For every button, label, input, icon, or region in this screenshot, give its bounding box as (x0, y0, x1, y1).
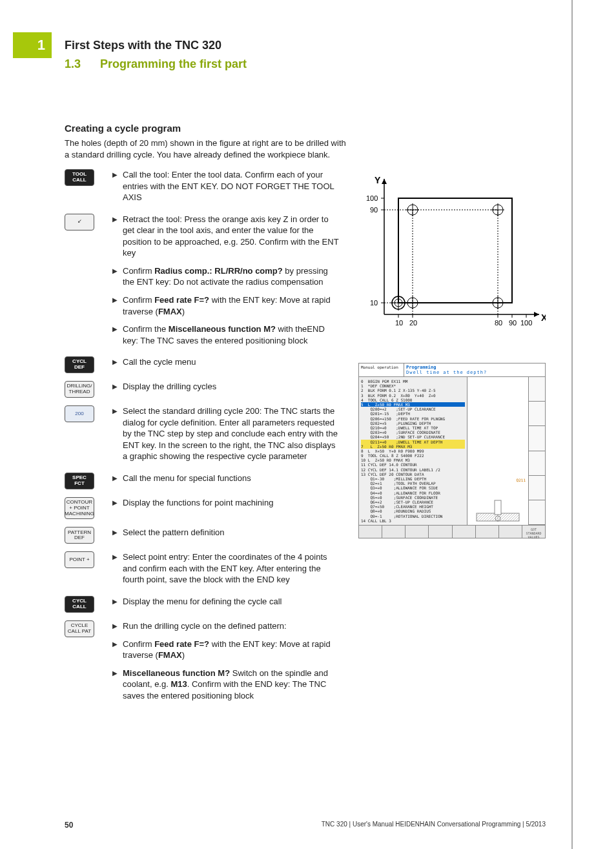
datum-icon (391, 295, 406, 311)
step-text: Display the functions for point machinin… (123, 497, 339, 509)
chapter-tab: 1 (13, 32, 52, 58)
svg-text:90: 90 (509, 319, 517, 327)
svg-rect-44 (495, 500, 501, 515)
chapter-title: First Steps with the TNC 320 (65, 39, 546, 52)
step-text: Call the cycle menu (123, 356, 339, 368)
triangle-icon: ▶ (112, 620, 119, 632)
steps-column: TOOL CALL ▶ Call the tool: Enter the too… (65, 169, 339, 711)
step-text: Run the drilling cycle on the defined pa… (123, 620, 339, 632)
cycl-def-icon: CYCL DEF (65, 356, 94, 373)
scr-cycle-graphic: Q211 (467, 377, 528, 525)
pattern-def-icon: PATTERN DEF (65, 527, 94, 544)
step-text: Confirm the Miscellaneous function M? wi… (123, 323, 339, 346)
svg-text:20: 20 (409, 319, 417, 327)
page-footer: 50 TNC 320 | User's Manual HEIDENHAIN Co… (65, 821, 546, 830)
page-edge-rule (571, 0, 573, 849)
step-text: Display the menu for defining the cycle … (123, 596, 339, 608)
contour-point-icon: CONTOUR + POINT MACHINING (65, 497, 94, 519)
triangle-icon: ▶ (112, 405, 119, 462)
cycl-call-icon: CYCL CALL (65, 596, 94, 613)
step-text: Call the menu for special functions (123, 473, 339, 484)
step-text: Retract the tool: Press the orange axis … (123, 214, 339, 259)
tool-call-icon: TOOL CALL (65, 169, 94, 186)
scr-title: Programming Dwell time at the depth? (404, 363, 545, 377)
figures-column: X Y 10 20 80 90 (358, 169, 546, 711)
tnc-screenshot: Manual operation Programming Dwell time … (358, 363, 546, 538)
svg-text:100: 100 (520, 319, 532, 327)
subsection-title: Creating a cycle program (65, 123, 546, 134)
cycle-call-pat-icon: CYCLE CALL PAT (65, 620, 94, 637)
triangle-icon: ▶ (112, 294, 119, 317)
triangle-icon: ▶ (112, 323, 119, 346)
step-text: Confirm Feed rate F=? with the ENT key: … (123, 639, 339, 661)
svg-text:10: 10 (395, 319, 403, 327)
section-heading: 1.3 Programming the first part (65, 57, 546, 71)
step-text: Miscellaneous function M? Switch on the … (123, 668, 339, 702)
triangle-icon: ▶ (112, 473, 119, 484)
step-text: Display the drilling cycles (123, 381, 339, 393)
svg-marker-2 (534, 312, 539, 317)
page-number: 50 (65, 821, 73, 830)
step-text: Call the tool: Enter the tool data. Conf… (123, 169, 339, 203)
svg-text:10: 10 (370, 299, 378, 307)
triangle-icon: ▶ (112, 527, 119, 538)
hole-pattern-diagram: X Y 10 20 80 90 (358, 176, 546, 337)
page: 1 First Steps with the TNC 320 1.3 Progr… (0, 0, 571, 849)
hole-marker (406, 296, 419, 309)
triangle-icon: ▶ (112, 668, 119, 702)
spec-fct-icon: SPEC FCT (65, 473, 94, 489)
doc-info: TNC 320 | User's Manual HEIDENHAIN Conve… (322, 821, 546, 830)
hole-marker (406, 203, 419, 216)
scr-mode: Manual operation (359, 363, 404, 377)
step-text: Confirm Radius comp.: RL/RR/no comp? by … (123, 265, 339, 288)
step-text: Select the standard drilling cycle 200: … (123, 405, 339, 462)
triangle-icon: ▶ (112, 596, 119, 608)
point-icon: POINT + (65, 551, 94, 568)
step-text: Select the pattern definition (123, 527, 339, 538)
step-text: Confirm Feed rate F=? with the ENT key: … (123, 294, 339, 317)
scr-softkey-row: GOT STANDARD VALUES (359, 525, 545, 538)
triangle-icon: ▶ (112, 214, 119, 259)
hole-marker (491, 203, 504, 216)
scr-code-listing: 0 BEGIN PGM EX11 MM1 *DEF CONNEX*2 BLK F… (359, 377, 467, 525)
intro-paragraph: The holes (depth of 20 mm) shown in the … (65, 138, 349, 160)
svg-text:90: 90 (370, 206, 378, 214)
svg-text:100: 100 (366, 194, 378, 202)
step-text: Select point entry: Enter the coordinate… (123, 551, 339, 586)
triangle-icon: ▶ (112, 265, 119, 288)
scr-softkey-column (528, 377, 545, 525)
x-axis-label: X (541, 312, 546, 323)
triangle-icon: ▶ (112, 639, 119, 661)
section-title: Programming the first part (100, 57, 247, 70)
triangle-icon: ▶ (112, 497, 119, 509)
svg-text:80: 80 (495, 319, 502, 327)
axis-key-icon: ↙ (65, 214, 94, 230)
svg-marker-3 (382, 179, 387, 184)
triangle-icon: ▶ (112, 169, 119, 203)
y-axis-label: Y (375, 176, 381, 185)
triangle-icon: ▶ (112, 551, 119, 586)
hole-marker (491, 296, 504, 309)
triangle-icon: ▶ (112, 356, 119, 368)
cycle-200-icon: 200 (65, 405, 94, 422)
section-number: 1.3 (65, 57, 97, 71)
drilling-thread-icon: DRILLING/ THREAD (65, 381, 94, 398)
headings: First Steps with the TNC 320 1.3 Program… (65, 39, 546, 71)
triangle-icon: ▶ (112, 381, 119, 393)
